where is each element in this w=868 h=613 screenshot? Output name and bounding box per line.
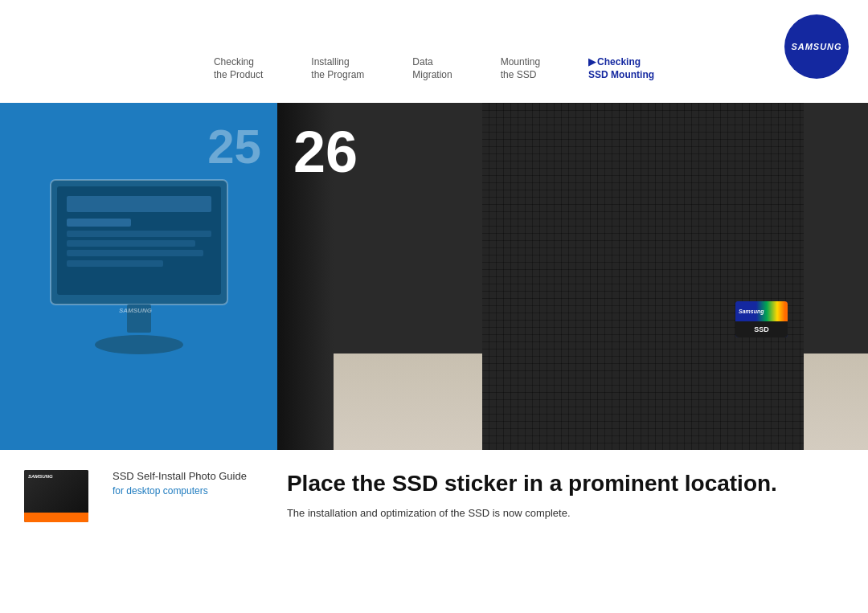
nav-label-mounting-line2: the SSD bbox=[501, 69, 537, 82]
nav-label-checking-product-line1: Checking bbox=[214, 56, 254, 69]
ssd-sticker-label: SSD bbox=[754, 325, 769, 333]
book-thumb-top: SAMSUNG bbox=[24, 470, 88, 513]
svg-point-9 bbox=[95, 335, 183, 354]
book-thumb-orange-bar bbox=[24, 513, 88, 522]
ssd-sticker: Samsung SSD bbox=[735, 301, 788, 337]
nav-label-checking-product-line2: the Product bbox=[214, 69, 263, 82]
main-image-area: 25 SAMSUNG bbox=[0, 103, 868, 450]
nav-label-data-line1: Data bbox=[412, 56, 432, 69]
nav-label-checking-ssd-line2: SSD Mounting bbox=[588, 69, 654, 82]
bottom-section: SAMSUNG SSD Self-Install Photo Guide for… bbox=[0, 454, 868, 613]
page-number-current: 26 bbox=[293, 119, 358, 185]
nav-active-label: ▶ Checking bbox=[588, 56, 641, 69]
samsung-logo-text: SAMSUNG bbox=[791, 42, 841, 51]
book-info: SSD Self-Install Photo Guide for desktop… bbox=[113, 470, 247, 497]
book-thumbnail[interactable]: SAMSUNG bbox=[24, 470, 88, 522]
right-photo-panel: 26 Samsung SSD bbox=[277, 103, 868, 450]
page-number-ghost: 25 bbox=[207, 119, 261, 174]
nav-label-installing-line1: Installing bbox=[311, 56, 349, 69]
svg-rect-6 bbox=[67, 250, 203, 256]
nav-label-data-line2: Migration bbox=[412, 69, 452, 82]
monitor-illustration: SAMSUNG bbox=[43, 172, 235, 381]
ssd-sticker-top: Samsung bbox=[735, 301, 788, 321]
main-heading: Place the SSD sticker in a prominent loc… bbox=[287, 470, 844, 497]
nav-item-mounting-ssd[interactable]: Mounting the SSD bbox=[477, 56, 564, 81]
nav-label-installing-line2: the Program bbox=[311, 69, 364, 82]
ssd-sticker-bottom: SSD bbox=[735, 321, 788, 337]
ssd-sticker-brand: Samsung bbox=[739, 309, 764, 314]
nav-item-data-migration[interactable]: Data Migration bbox=[388, 56, 476, 81]
nav-label-checking-ssd-line1: Checking bbox=[597, 56, 641, 69]
svg-rect-5 bbox=[67, 240, 195, 247]
main-content: Place the SSD sticker in a prominent loc… bbox=[271, 470, 844, 519]
svg-rect-3 bbox=[67, 219, 131, 227]
book-subtitle: for desktop computers bbox=[113, 485, 247, 497]
svg-text:SAMSUNG: SAMSUNG bbox=[119, 307, 152, 314]
nav-arrow-icon: ▶ bbox=[588, 56, 596, 69]
nav-item-installing-program[interactable]: Installing the Program bbox=[287, 56, 388, 81]
tower-mesh-texture bbox=[482, 103, 804, 450]
nav-item-checking-product[interactable]: Checking the Product bbox=[190, 56, 287, 81]
left-blue-panel: 25 SAMSUNG bbox=[0, 103, 277, 450]
main-description: The installation and optimization of the… bbox=[287, 507, 844, 519]
svg-rect-4 bbox=[67, 231, 211, 237]
svg-rect-2 bbox=[67, 196, 211, 212]
book-title: SSD Self-Install Photo Guide bbox=[113, 470, 247, 482]
svg-rect-7 bbox=[67, 260, 163, 267]
nav-label-mounting-line1: Mounting bbox=[501, 56, 540, 69]
book-thumb-samsung-logo: SAMSUNG bbox=[28, 474, 53, 479]
samsung-logo: SAMSUNG bbox=[784, 14, 849, 79]
nav-item-checking-ssd-mounting[interactable]: ▶ Checking SSD Mounting bbox=[564, 56, 678, 81]
navigation-bar: Checking the Product Installing the Prog… bbox=[0, 56, 868, 81]
